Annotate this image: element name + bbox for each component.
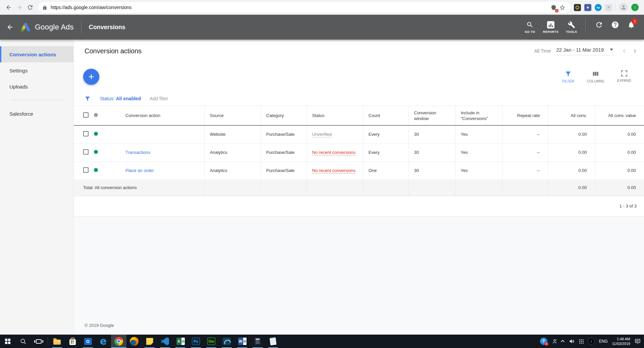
conversion-action-link[interactable]: Place an order [125,168,154,173]
notepad-icon [270,337,277,345]
tray-upload-cloud-icon[interactable]: ↑ [588,338,595,345]
column-header[interactable]: Category [261,106,307,125]
filter-tool-button[interactable]: FILTER [562,70,574,83]
include-cell: Yes [455,143,502,162]
tray-people-icon[interactable] [552,339,557,344]
taskbar-firefox[interactable] [126,335,142,348]
browser-profile-avatar[interactable] [619,3,628,12]
column-header[interactable]: Conversion action [107,106,204,125]
taskbar-photoshop[interactable]: Ps [188,335,204,348]
taskbar-outlook[interactable]: O [80,335,96,348]
row-status-dot-cell [91,162,107,180]
date-range-value[interactable]: 22 Jan - 11 Mar 2019 [556,47,604,53]
date-range-button[interactable]: 22 Jan - 11 Mar 2019 [556,47,615,55]
taskbar-file-explorer[interactable] [49,335,65,348]
category-cell: Purchase/Sale [261,143,307,162]
tray-show-hidden-icons[interactable] [562,340,565,343]
notifications-button[interactable]: ! [623,17,639,33]
taskbar-word[interactable]: W [234,335,250,348]
all-conv-cell: 0.00 [548,143,595,162]
select-all-checkbox[interactable] [83,112,89,118]
divider [585,17,586,32]
conversion-action-link[interactable]: Transactions [125,150,150,155]
status-text: Unverified [312,132,332,137]
column-header[interactable]: Count [363,106,409,125]
taskbar-vscode[interactable] [157,335,173,348]
norton-extension-icon[interactable] [574,4,581,11]
task-view-icon [36,339,42,344]
columns-tool-label: COLUMNS [587,79,604,83]
status-dot-icon[interactable] [94,113,98,117]
columns-tool-button[interactable]: COLUMNS [587,70,604,83]
chevron-right-icon[interactable] [631,47,639,55]
sidebar-item-settings[interactable]: Settings [0,62,73,78]
browser-forward-button[interactable] [14,2,25,13]
taskbar-microsoft-store[interactable] [65,335,80,348]
star-extension-icon[interactable]: ★ [584,4,591,11]
clock-date: 11/03/2019 [612,341,630,346]
hp-extension-icon[interactable]: hp [595,4,602,11]
browser-back-button[interactable] [3,2,14,13]
url-text[interactable]: https://ads.google.com/aw/conversions [51,5,549,10]
taskbar-excel[interactable]: X [173,335,188,348]
add-conversion-button[interactable]: + [83,69,99,85]
row-checkbox[interactable] [83,131,89,136]
enabled-dot-icon [94,168,98,172]
green-update-extension-icon[interactable]: ↑ [631,4,639,11]
taskbar-notepad[interactable] [265,335,281,348]
count-cell: Every [363,125,409,143]
disabled-extension-icon[interactable]: × [605,4,612,11]
refresh-data-button[interactable] [591,17,607,33]
taskbar-search-button[interactable] [15,335,31,348]
taskbar-sticky-notes[interactable] [142,335,157,348]
column-header[interactable]: Status [307,106,363,125]
expand-tool-button[interactable]: EXPAND [617,70,631,83]
column-header[interactable]: All conv. value [595,106,644,125]
row-checkbox[interactable] [83,149,89,155]
browser-refresh-button[interactable] [25,2,36,13]
goto-button[interactable]: GO TO [520,21,540,34]
shield-permission-icon[interactable]: × [549,3,558,12]
row-checkbox[interactable] [83,167,89,173]
source-cell: Analytics [204,162,261,180]
tray-help-icon[interactable]: ?! [540,338,547,345]
chevron-left-icon[interactable] [621,47,628,55]
reports-button[interactable]: REPORTS [540,21,561,34]
help-icon [611,21,619,29]
tray-dots-grid-icon[interactable] [579,339,584,344]
action-center-icon[interactable] [635,338,641,344]
total-row: Total: All conversion actions0.000.00 [74,180,644,196]
filter-icon [565,70,572,77]
tray-volume-icon[interactable] [569,338,575,344]
sidebar-item-salesforce[interactable]: Salesforce [0,106,73,122]
status-filter-chip[interactable]: Status: All enabled [100,96,141,101]
language-indicator[interactable]: ENG [599,339,608,344]
taskbar-clock[interactable]: 1:48 AM 11/03/2019 [612,337,630,346]
repeat-rate-cell: -- [502,125,548,143]
start-button[interactable] [0,335,15,348]
bookmark-star-icon[interactable] [558,3,567,12]
help-button[interactable] [607,17,623,33]
app-back-button[interactable] [3,20,17,34]
taskbar-chrome[interactable] [111,335,126,348]
taskbar-mysql-workbench[interactable] [219,335,234,348]
taskbar-calculator[interactable] [250,335,265,348]
column-header[interactable]: Repeat rate [502,106,548,125]
tools-button[interactable]: TOOLS [561,21,582,34]
repeat-rate-cell: -- [502,143,548,162]
column-header[interactable]: Conversion window [409,106,455,125]
mysql-dolphin-icon [223,338,231,345]
column-header[interactable]: Include in "Conversions" [455,106,502,125]
sidebar-item-uploads[interactable]: Uploads [0,78,73,95]
empty-total-cell [455,180,502,196]
pagination: 1 - 3 of 3 [74,196,644,216]
title-row: Conversion actions All Time 22 Jan - 11 … [74,40,644,62]
add-filter-button[interactable]: Add filter [150,96,168,101]
sidebar-item-conversion-actions[interactable]: Conversion actions [0,46,73,62]
column-header[interactable]: All conv. [548,106,595,125]
column-header[interactable]: Source [204,106,261,125]
taskbar-dreamweaver[interactable]: Dw [204,335,219,348]
taskbar-edge[interactable]: e [96,335,111,348]
task-view-button[interactable] [31,335,46,348]
address-bar[interactable]: https://ads.google.com/aw/conversions × [38,2,571,13]
